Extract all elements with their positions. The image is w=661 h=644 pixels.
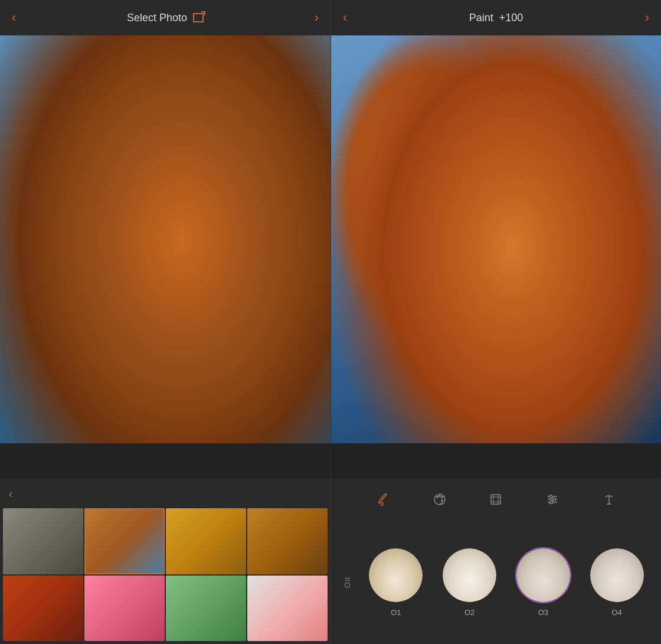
svg-point-2 xyxy=(439,495,441,497)
thumbnail-green[interactable] xyxy=(166,576,246,642)
preset-o1-label: O1 xyxy=(391,608,401,617)
thumbnail-white-pink[interactable] xyxy=(247,576,328,642)
right-forward-arrow[interactable]: › xyxy=(645,10,649,25)
left-forward-arrow[interactable]: › xyxy=(315,10,319,25)
right-header-title-group: Paint +100 xyxy=(469,12,523,24)
canvas-icon xyxy=(487,491,504,508)
adjustments-tool-button[interactable] xyxy=(538,485,567,514)
brush-tool-button[interactable] xyxy=(368,485,398,514)
thumbnail-yellow-leaf[interactable] xyxy=(166,508,246,574)
preset-o1-image xyxy=(369,548,423,602)
oil-styles-area: Oil O1 O2 xyxy=(331,520,661,644)
style-presets: O1 O2 O3 xyxy=(358,541,655,623)
thumbnail-tulip[interactable] xyxy=(84,508,165,574)
left-header-title-group: Select Photo xyxy=(127,12,204,24)
filmstrip-area: ‹ xyxy=(0,479,330,644)
preset-o3-label: O3 xyxy=(538,608,548,617)
svg-point-15 xyxy=(549,495,552,498)
thumbnail-sticks[interactable] xyxy=(3,508,83,574)
preset-o1[interactable]: O1 xyxy=(368,547,424,617)
preset-o4-label: O4 xyxy=(611,608,621,617)
text-tool-button[interactable] xyxy=(594,485,624,514)
left-main-image xyxy=(0,35,330,443)
preset-o2-image xyxy=(443,548,496,602)
left-header: ‹ Select Photo › xyxy=(0,0,330,35)
preset-o3[interactable]: O3 xyxy=(515,547,571,617)
palette-tool-button[interactable] xyxy=(425,485,454,514)
select-photo-label: Select Photo xyxy=(127,12,187,24)
paint-value: +100 xyxy=(499,12,523,24)
preset-o2-label: O2 xyxy=(464,608,475,617)
right-header: ‹ Paint +100 › xyxy=(331,0,661,35)
preset-o4-image xyxy=(590,548,644,602)
left-back-arrow[interactable]: ‹ xyxy=(12,10,16,25)
filmstrip-grid xyxy=(0,508,330,644)
painted-photo xyxy=(331,35,661,443)
left-panel: ‹ Select Photo › ‹ xyxy=(0,0,330,644)
thumbnail-pink-flower[interactable] xyxy=(84,576,165,642)
thumbnail-brown-leaves[interactable] xyxy=(247,508,328,574)
crop-icon[interactable] xyxy=(193,13,204,22)
tools-row xyxy=(331,479,661,520)
svg-rect-7 xyxy=(491,495,500,504)
right-bottom-bar xyxy=(331,443,661,479)
preset-o4-circle xyxy=(589,547,645,603)
left-bottom-bar xyxy=(0,443,330,479)
svg-point-17 xyxy=(550,501,553,504)
sliders-icon xyxy=(544,491,561,508)
filmstrip-back-arrow[interactable]: ‹ xyxy=(9,487,13,501)
original-photo xyxy=(0,35,330,443)
thumbnail-orange[interactable] xyxy=(3,576,83,642)
palette-icon xyxy=(431,491,448,508)
paint-label: Paint xyxy=(469,12,493,24)
canvas-tool-button[interactable] xyxy=(481,485,511,514)
right-main-image xyxy=(331,35,661,443)
preset-o3-image xyxy=(516,548,570,602)
preset-o4[interactable]: O4 xyxy=(589,547,645,617)
svg-point-6 xyxy=(438,500,441,504)
svg-point-16 xyxy=(553,498,556,501)
preset-o1-circle xyxy=(368,547,424,603)
svg-point-3 xyxy=(441,496,443,498)
right-panel: ‹ Paint +100 › xyxy=(330,0,661,644)
preset-o2[interactable]: O2 xyxy=(441,547,498,617)
brush-icon xyxy=(375,491,391,508)
filmstrip-header: ‹ xyxy=(0,479,330,508)
right-tools-area: Oil O1 O2 xyxy=(331,479,661,644)
text-icon xyxy=(601,491,617,508)
svg-point-1 xyxy=(436,496,439,498)
preset-o2-circle xyxy=(441,547,498,603)
oil-label: Oil xyxy=(337,577,358,588)
right-back-arrow[interactable]: ‹ xyxy=(343,10,347,25)
preset-o3-circle xyxy=(515,547,571,603)
